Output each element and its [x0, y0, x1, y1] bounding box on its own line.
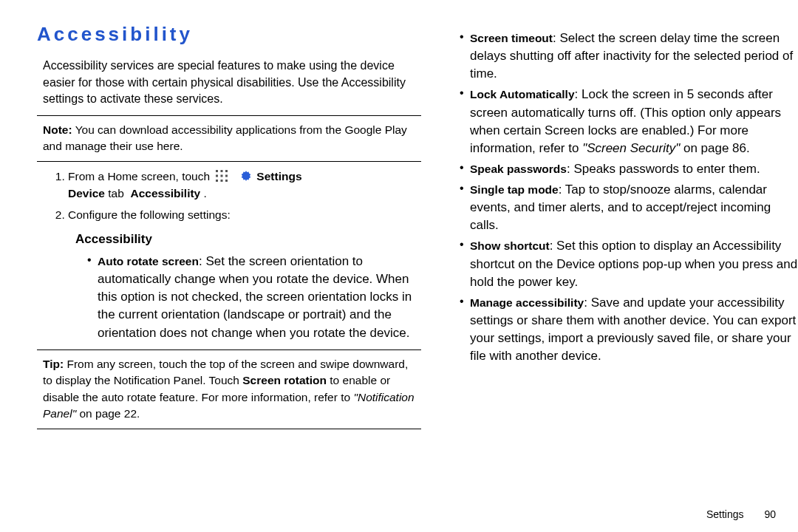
svg-rect-3: [216, 174, 218, 177]
show-shortcut-lead: Show shortcut: [470, 239, 550, 252]
single-tap-lead: Single tap mode: [470, 183, 559, 196]
note-body: You can download accessibility applicati…: [43, 123, 407, 152]
step-1: From a Home screen, touch: [68, 168, 421, 202]
tip-block: Tip: From any screen, touch the top of t…: [43, 356, 415, 423]
step1-device: Device: [68, 187, 105, 200]
settings-gear-icon: [240, 170, 252, 182]
left-column: Accessibility Accessibility services are…: [37, 21, 421, 435]
note-block: Note: You can download accessibility app…: [43, 122, 415, 155]
lock-auto-lead: Lock Automatically: [470, 88, 575, 100]
left-bullet-list: Auto rotate screen: Set the screen orien…: [87, 251, 421, 344]
manage-access-lead: Manage accessibility: [470, 296, 584, 309]
divider-before-tip: [37, 349, 421, 350]
footer-page-number: 90: [764, 508, 776, 520]
svg-rect-7: [221, 180, 223, 182]
right-column: Screen timeout: Select the screen delay …: [442, 21, 798, 435]
lock-auto-body-b: on page 86.: [680, 141, 750, 155]
tip-screen-rotation: Screen rotation: [242, 374, 327, 386]
svg-rect-6: [216, 180, 218, 182]
subheading-accessibility: Accessibility: [75, 231, 421, 248]
page-title: Accessibility: [37, 21, 421, 47]
right-bullet-list: Screen timeout: Select the screen delay …: [460, 28, 798, 366]
bullet-speak-passwords: Speak passwords: Speaks passwords to ent…: [460, 159, 798, 180]
step1-text-a: From a Home screen, touch: [68, 170, 213, 183]
bullet-lock-automatically: Lock Automatically: Lock the screen in 5…: [460, 84, 798, 159]
bullet-manage-accessibility: Manage accessibility: Save and update yo…: [460, 293, 798, 367]
apps-grid-icon: [216, 169, 228, 181]
divider-after-tip: [37, 429, 421, 429]
step1-tab: tab: [105, 187, 127, 200]
step1-access: Accessibility: [130, 187, 200, 200]
screen-timeout-lead: Screen timeout: [470, 32, 553, 44]
tip-label: Tip:: [43, 358, 64, 370]
two-column-layout: Accessibility Accessibility services are…: [37, 21, 798, 435]
divider-top: [37, 115, 421, 116]
bullet-auto-rotate: Auto rotate screen: Set the screen orien…: [87, 251, 421, 344]
manual-page: Accessibility Accessibility services are…: [0, 0, 798, 532]
steps-list: From a Home screen, touch: [58, 168, 421, 224]
step-2: Configure the following settings:: [68, 206, 421, 223]
bullet-single-tap-mode: Single tap mode: Tap to stop/snooze alar…: [460, 180, 798, 236]
svg-point-9: [245, 174, 248, 177]
intro-paragraph: Accessibility services are special featu…: [43, 58, 415, 107]
tip-ref-page: on page 22.: [76, 407, 140, 420]
svg-rect-2: [225, 170, 228, 172]
svg-rect-8: [225, 180, 228, 182]
step1-end: .: [200, 187, 207, 200]
footer-section-label: Settings: [706, 508, 744, 520]
auto-rotate-lead: Auto rotate screen: [98, 255, 199, 267]
bullet-screen-timeout: Screen timeout: Select the screen delay …: [460, 28, 798, 84]
lock-auto-ref: "Screen Security": [582, 141, 680, 155]
step1-settings: Settings: [256, 170, 301, 183]
svg-rect-5: [225, 174, 228, 177]
speak-passwords-body: : Speaks passwords to enter them.: [567, 162, 760, 176]
speak-passwords-lead: Speak passwords: [470, 163, 567, 175]
note-label: Note:: [43, 123, 72, 136]
svg-rect-0: [216, 170, 218, 172]
bullet-show-shortcut: Show shortcut: Set this option to displa…: [460, 236, 798, 292]
svg-rect-4: [221, 174, 223, 177]
divider-after-note: [37, 161, 421, 162]
svg-rect-1: [221, 170, 223, 172]
page-footer: Settings 90: [706, 508, 776, 520]
